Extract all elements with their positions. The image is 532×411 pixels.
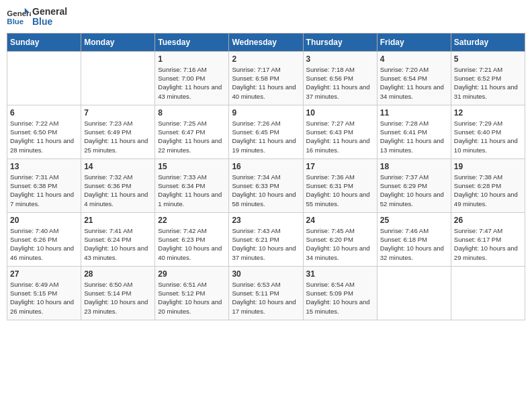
day-number: 15 bbox=[158, 162, 226, 171]
calendar-cell bbox=[7, 51, 81, 105]
calendar-body: 1Sunrise: 7:16 AM Sunset: 7:00 PM Daylig… bbox=[7, 51, 525, 320]
day-info: Sunrise: 7:20 AM Sunset: 6:54 PM Dayligh… bbox=[380, 65, 448, 101]
day-info: Sunrise: 7:25 AM Sunset: 6:47 PM Dayligh… bbox=[158, 119, 226, 154]
day-number: 8 bbox=[158, 108, 226, 118]
week-row-1: 6Sunrise: 7:22 AM Sunset: 6:50 PM Daylig… bbox=[7, 105, 525, 158]
calendar-cell: 15Sunrise: 7:33 AM Sunset: 6:34 PM Dayli… bbox=[155, 158, 229, 212]
calendar-cell: 29Sunrise: 6:51 AM Sunset: 5:12 PM Dayli… bbox=[155, 266, 229, 320]
day-info: Sunrise: 7:34 AM Sunset: 6:33 PM Dayligh… bbox=[232, 173, 300, 208]
week-row-4: 27Sunrise: 6:49 AM Sunset: 5:15 PM Dayli… bbox=[7, 266, 525, 320]
week-row-3: 20Sunrise: 7:40 AM Sunset: 6:26 PM Dayli… bbox=[7, 212, 525, 266]
day-number: 13 bbox=[10, 162, 78, 171]
day-number: 17 bbox=[306, 162, 374, 171]
day-number: 1 bbox=[158, 54, 226, 64]
day-number: 11 bbox=[380, 108, 448, 118]
calendar-cell bbox=[377, 266, 451, 320]
calendar-cell: 2Sunrise: 7:17 AM Sunset: 6:58 PM Daylig… bbox=[229, 51, 303, 105]
day-info: Sunrise: 7:26 AM Sunset: 6:45 PM Dayligh… bbox=[232, 119, 300, 154]
calendar-cell: 26Sunrise: 7:47 AM Sunset: 6:17 PM Dayli… bbox=[451, 212, 525, 266]
day-info: Sunrise: 6:50 AM Sunset: 5:14 PM Dayligh… bbox=[84, 280, 152, 316]
header-wednesday: Wednesday bbox=[229, 33, 303, 51]
calendar-cell: 7Sunrise: 7:23 AM Sunset: 6:49 PM Daylig… bbox=[81, 105, 155, 158]
day-info: Sunrise: 7:42 AM Sunset: 6:23 PM Dayligh… bbox=[158, 226, 226, 262]
day-info: Sunrise: 7:37 AM Sunset: 6:29 PM Dayligh… bbox=[380, 173, 448, 208]
calendar-cell: 18Sunrise: 7:37 AM Sunset: 6:29 PM Dayli… bbox=[377, 158, 451, 212]
page-header: General Blue General Blue bbox=[7, 7, 525, 28]
day-number: 30 bbox=[232, 269, 300, 279]
calendar-cell: 10Sunrise: 7:27 AM Sunset: 6:43 PM Dayli… bbox=[303, 105, 377, 158]
day-number: 7 bbox=[84, 108, 152, 118]
day-info: Sunrise: 7:45 AM Sunset: 6:20 PM Dayligh… bbox=[306, 226, 374, 262]
day-number: 31 bbox=[306, 269, 374, 279]
calendar-cell: 25Sunrise: 7:46 AM Sunset: 6:18 PM Dayli… bbox=[377, 212, 451, 266]
day-info: Sunrise: 7:21 AM Sunset: 6:52 PM Dayligh… bbox=[454, 65, 522, 101]
day-info: Sunrise: 7:41 AM Sunset: 6:24 PM Dayligh… bbox=[84, 226, 152, 262]
day-info: Sunrise: 7:33 AM Sunset: 6:34 PM Dayligh… bbox=[158, 173, 226, 208]
day-number: 3 bbox=[306, 54, 374, 64]
day-info: Sunrise: 7:18 AM Sunset: 6:56 PM Dayligh… bbox=[306, 65, 374, 101]
calendar-cell: 9Sunrise: 7:26 AM Sunset: 6:45 PM Daylig… bbox=[229, 105, 303, 158]
day-info: Sunrise: 7:32 AM Sunset: 6:36 PM Dayligh… bbox=[84, 173, 152, 208]
day-number: 29 bbox=[158, 269, 226, 279]
logo-text-general: General bbox=[32, 7, 67, 17]
day-info: Sunrise: 6:51 AM Sunset: 5:12 PM Dayligh… bbox=[158, 280, 226, 316]
calendar-cell: 14Sunrise: 7:32 AM Sunset: 6:36 PM Dayli… bbox=[81, 158, 155, 212]
day-info: Sunrise: 7:43 AM Sunset: 6:21 PM Dayligh… bbox=[232, 226, 300, 262]
day-number: 18 bbox=[380, 162, 448, 171]
day-number: 9 bbox=[232, 108, 300, 118]
day-info: Sunrise: 7:16 AM Sunset: 7:00 PM Dayligh… bbox=[158, 65, 226, 101]
day-number: 6 bbox=[10, 108, 78, 118]
day-info: Sunrise: 7:27 AM Sunset: 6:43 PM Dayligh… bbox=[306, 119, 374, 154]
calendar-cell: 12Sunrise: 7:29 AM Sunset: 6:40 PM Dayli… bbox=[451, 105, 525, 158]
svg-text:Blue: Blue bbox=[7, 18, 24, 26]
day-info: Sunrise: 7:46 AM Sunset: 6:18 PM Dayligh… bbox=[380, 226, 448, 262]
day-number: 2 bbox=[232, 54, 300, 64]
day-info: Sunrise: 7:40 AM Sunset: 6:26 PM Dayligh… bbox=[10, 226, 78, 262]
day-number: 26 bbox=[454, 216, 522, 225]
header-row: SundayMondayTuesdayWednesdayThursdayFrid… bbox=[7, 33, 525, 51]
calendar-cell: 31Sunrise: 6:54 AM Sunset: 5:09 PM Dayli… bbox=[303, 266, 377, 320]
calendar-cell: 4Sunrise: 7:20 AM Sunset: 6:54 PM Daylig… bbox=[377, 51, 451, 105]
day-number: 23 bbox=[232, 216, 300, 225]
day-info: Sunrise: 7:28 AM Sunset: 6:41 PM Dayligh… bbox=[380, 119, 448, 154]
header-friday: Friday bbox=[377, 33, 451, 51]
calendar-cell bbox=[451, 266, 525, 320]
day-number: 25 bbox=[380, 216, 448, 225]
day-info: Sunrise: 7:38 AM Sunset: 6:28 PM Dayligh… bbox=[454, 173, 522, 208]
day-info: Sunrise: 7:22 AM Sunset: 6:50 PM Dayligh… bbox=[10, 119, 78, 154]
calendar-cell bbox=[81, 51, 155, 105]
calendar-cell: 17Sunrise: 7:36 AM Sunset: 6:31 PM Dayli… bbox=[303, 158, 377, 212]
header-tuesday: Tuesday bbox=[155, 33, 229, 51]
day-info: Sunrise: 7:23 AM Sunset: 6:49 PM Dayligh… bbox=[84, 119, 152, 154]
day-info: Sunrise: 7:17 AM Sunset: 6:58 PM Dayligh… bbox=[232, 65, 300, 101]
calendar-cell: 16Sunrise: 7:34 AM Sunset: 6:33 PM Dayli… bbox=[229, 158, 303, 212]
header-sunday: Sunday bbox=[7, 33, 81, 51]
week-row-2: 13Sunrise: 7:31 AM Sunset: 6:38 PM Dayli… bbox=[7, 158, 525, 212]
week-row-0: 1Sunrise: 7:16 AM Sunset: 7:00 PM Daylig… bbox=[7, 51, 525, 105]
day-info: Sunrise: 7:36 AM Sunset: 6:31 PM Dayligh… bbox=[306, 173, 374, 208]
calendar-cell: 11Sunrise: 7:28 AM Sunset: 6:41 PM Dayli… bbox=[377, 105, 451, 158]
calendar-cell: 19Sunrise: 7:38 AM Sunset: 6:28 PM Dayli… bbox=[451, 158, 525, 212]
day-number: 28 bbox=[84, 269, 152, 279]
day-number: 14 bbox=[84, 162, 152, 171]
header-thursday: Thursday bbox=[303, 33, 377, 51]
calendar-cell: 13Sunrise: 7:31 AM Sunset: 6:38 PM Dayli… bbox=[7, 158, 81, 212]
day-number: 20 bbox=[10, 216, 78, 225]
day-number: 21 bbox=[84, 216, 152, 225]
day-number: 10 bbox=[306, 108, 374, 118]
calendar-header: SundayMondayTuesdayWednesdayThursdayFrid… bbox=[7, 33, 525, 51]
day-info: Sunrise: 6:54 AM Sunset: 5:09 PM Dayligh… bbox=[306, 280, 374, 316]
day-number: 16 bbox=[232, 162, 300, 171]
calendar-cell: 5Sunrise: 7:21 AM Sunset: 6:52 PM Daylig… bbox=[451, 51, 525, 105]
calendar-cell: 23Sunrise: 7:43 AM Sunset: 6:21 PM Dayli… bbox=[229, 212, 303, 266]
calendar-cell: 24Sunrise: 7:45 AM Sunset: 6:20 PM Dayli… bbox=[303, 212, 377, 266]
header-saturday: Saturday bbox=[451, 33, 525, 51]
logo-text-blue: Blue bbox=[32, 17, 67, 27]
calendar-cell: 27Sunrise: 6:49 AM Sunset: 5:15 PM Dayli… bbox=[7, 266, 81, 320]
day-number: 12 bbox=[454, 108, 522, 118]
day-info: Sunrise: 7:29 AM Sunset: 6:40 PM Dayligh… bbox=[454, 119, 522, 154]
day-info: Sunrise: 6:53 AM Sunset: 5:11 PM Dayligh… bbox=[232, 280, 300, 316]
calendar-cell: 20Sunrise: 7:40 AM Sunset: 6:26 PM Dayli… bbox=[7, 212, 81, 266]
day-number: 27 bbox=[10, 269, 78, 279]
calendar-cell: 6Sunrise: 7:22 AM Sunset: 6:50 PM Daylig… bbox=[7, 105, 81, 158]
